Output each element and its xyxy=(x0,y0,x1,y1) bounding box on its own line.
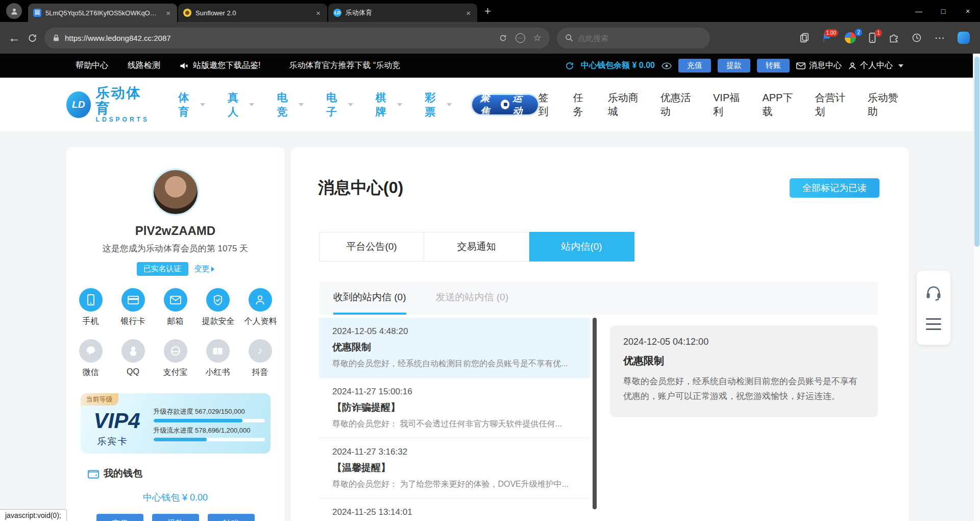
my-wallet-title: 我的钱包 xyxy=(104,467,142,480)
deposit-progress-fill xyxy=(154,419,242,422)
nav-item-esports[interactable]: 电竞 xyxy=(277,90,304,119)
social-item-wechat[interactable]: 微信 xyxy=(75,339,107,378)
browser-profile-avatar[interactable] xyxy=(6,3,22,19)
reload-icon[interactable] xyxy=(499,34,507,42)
maximize-button[interactable]: □ xyxy=(931,0,955,22)
copilot-sidebar-icon[interactable] xyxy=(958,32,970,44)
new-tab-button[interactable]: + xyxy=(478,5,497,18)
close-window-button[interactable]: × xyxy=(955,0,980,22)
tab-platform-announcements[interactable]: 平台公告(0) xyxy=(319,232,424,262)
nav-item-sports[interactable]: 体育 xyxy=(178,90,205,119)
mark-all-read-button[interactable]: 全部标记为已读 xyxy=(790,178,879,198)
url-text[interactable]: https://www.ledong842.cc:2087 xyxy=(65,34,494,42)
nav-item-cards[interactable]: 棋牌 xyxy=(376,90,403,119)
tab-title: 乐动体育 xyxy=(346,8,460,17)
close-tab-icon[interactable]: × xyxy=(164,9,172,17)
refresh-button[interactable] xyxy=(28,33,37,43)
close-tab-icon[interactable]: × xyxy=(464,9,472,17)
security-item-phone[interactable]: 手机 xyxy=(75,288,107,327)
browser-tab-3[interactable]: LD 乐动体育 × xyxy=(328,4,477,22)
logo-subtitle: LDSPORTS xyxy=(96,116,152,123)
tab-site-messages[interactable]: 站内信(0) xyxy=(529,232,634,262)
tab-favicon-icon xyxy=(183,9,191,17)
social-item-douyin[interactable]: ♪ 抖音 xyxy=(244,339,276,378)
change-link[interactable]: 变更 xyxy=(194,264,214,274)
nav-link-tasks[interactable]: 任务 xyxy=(573,91,591,119)
mail-icon xyxy=(164,288,187,312)
tab-transaction-notices[interactable]: 交易通知 xyxy=(424,232,529,262)
nav-link-signin[interactable]: 签到 xyxy=(538,91,556,119)
nav-link-mall[interactable]: 乐动商城 xyxy=(608,91,644,119)
profile-sync-icon[interactable]: 2 xyxy=(845,32,856,43)
site-logo[interactable]: LD 乐动体育 LDSPORTS xyxy=(66,86,152,123)
favorite-star-icon[interactable]: ☆ xyxy=(533,32,542,43)
vip-progress: 升级存款进度 567,029/150,000 升级流水进度 578,696/1,… xyxy=(154,407,265,445)
browser-menu-icon[interactable]: ⋯ xyxy=(935,32,945,44)
message-list-item[interactable]: 2024-11-27 15:00:16 【防诈骗提醒】 尊敬的会员您好： 我司不… xyxy=(319,378,591,438)
center-wallet-balance[interactable]: 中心钱包 ¥ 0.00 xyxy=(66,491,284,504)
browser-tab-2[interactable]: Sunflower 2.0 × xyxy=(178,4,327,22)
chevron-down-icon xyxy=(348,103,353,106)
nav-link-group: 签到 任务 乐动商城 优惠活动 VIP福利 APP下载 合营计划 乐动赞助 xyxy=(538,91,903,119)
page-scrollbar-track[interactable] xyxy=(973,54,980,521)
subtab-sent[interactable]: 发送的站内信 (0) xyxy=(436,282,509,315)
url-bar[interactable]: https://www.ledong842.cc:2087 ⋯ ☆ xyxy=(44,28,550,49)
nav-item-lottery[interactable]: 彩票 xyxy=(425,90,452,119)
nav-link-vip[interactable]: VIP福利 xyxy=(713,91,745,119)
transfer-button[interactable]: 转账 xyxy=(208,514,255,521)
line-check-link[interactable]: 线路检测 xyxy=(128,60,160,71)
security-item-bankcard[interactable]: 银行卡 xyxy=(117,288,149,327)
nav-link-affiliate[interactable]: 合营计划 xyxy=(815,91,851,119)
message-list-scrollbar[interactable] xyxy=(593,318,597,509)
extensions-puzzle-icon[interactable] xyxy=(889,33,899,43)
menu-hamburger-icon[interactable] xyxy=(926,318,941,330)
browser-tab-1[interactable]: 回 5LmQ5Yqo5L2T6IKyfOS5kOWKqOS9... × xyxy=(28,4,177,22)
wallet-icon xyxy=(88,469,99,479)
transfer-button[interactable]: 转账 xyxy=(757,59,790,73)
page-scrollbar-thumb[interactable] xyxy=(974,57,979,247)
subtab-received[interactable]: 收到的站内信 (0) xyxy=(333,282,406,315)
search-input[interactable] xyxy=(578,34,685,42)
phone-link-icon[interactable]: 1 xyxy=(869,33,876,43)
back-button[interactable]: ← xyxy=(8,32,20,44)
nav-item-live[interactable]: 真人 xyxy=(228,90,255,119)
nav-link-sponsor[interactable]: 乐动赞助 xyxy=(868,91,903,119)
announcement[interactable]: 站版邀您下载品鉴! xyxy=(180,60,260,71)
avatar[interactable] xyxy=(152,169,199,216)
nav-link-promos[interactable]: 优惠活动 xyxy=(660,91,696,119)
more-actions-icon[interactable]: ⋯ xyxy=(516,33,525,43)
nav-item-slots[interactable]: 电子 xyxy=(326,90,353,119)
withdraw-button[interactable]: 提款 xyxy=(152,514,199,521)
focus-sports-badge[interactable]: 聚焦 运动 xyxy=(472,95,538,114)
verified-badge: 已实名认证 xyxy=(137,262,188,276)
tab-favicon-icon: LD xyxy=(333,9,341,17)
message-center-link[interactable]: 消息中心 xyxy=(796,60,842,71)
customer-service-headset-icon[interactable] xyxy=(925,286,942,301)
help-center-link[interactable]: 帮助中心 xyxy=(76,60,108,71)
message-detail-column: 2024-12-05 04:12:00 优惠限制 尊敬的会员您好，经系统自动检测… xyxy=(597,318,878,521)
social-item-xiaohongshu[interactable]: 小红书 xyxy=(202,339,234,378)
history-icon[interactable] xyxy=(912,33,922,43)
personal-center-menu[interactable]: 个人中心 xyxy=(848,60,903,71)
security-item-withdraw-safety[interactable]: 提款安全 xyxy=(202,288,234,327)
message-list-item[interactable]: 2024-12-05 4:48:20 优惠限制 尊敬的会员您好，经系统自动检测目… xyxy=(319,318,591,378)
deposit-button[interactable]: 充值 xyxy=(96,514,143,521)
security-item-email[interactable]: 邮箱 xyxy=(160,288,191,327)
minimize-button[interactable]: — xyxy=(906,0,931,22)
nav-link-app[interactable]: APP下载 xyxy=(762,91,798,119)
ball-icon xyxy=(501,100,509,109)
copy-page-icon[interactable] xyxy=(800,33,809,43)
vip-card[interactable]: 当前等级 VIP4 乐宾卡 升级存款进度 567,029/150,000 升级流… xyxy=(81,393,271,454)
social-item-qq[interactable]: QQ xyxy=(117,339,149,378)
search-box[interactable] xyxy=(557,28,710,49)
withdraw-button[interactable]: 提款 xyxy=(718,59,750,73)
toggle-balance-eye-icon[interactable] xyxy=(662,62,672,69)
social-item-alipay[interactable]: 支付宝 xyxy=(160,339,191,378)
deposit-button[interactable]: 充值 xyxy=(678,59,711,73)
security-item-profile[interactable]: 个人资料 xyxy=(244,288,276,327)
rewards-icon[interactable]: 1.00 xyxy=(822,33,832,43)
close-tab-icon[interactable]: × xyxy=(314,9,322,17)
message-list-item[interactable]: 2024-11-27 3:16:32 【温馨提醒】 尊敬的会员您好： 为了给您带… xyxy=(319,438,591,499)
message-list-item[interactable]: 2024-11-25 13:14:01 xyxy=(319,499,591,521)
refresh-balance-icon[interactable] xyxy=(565,61,574,70)
